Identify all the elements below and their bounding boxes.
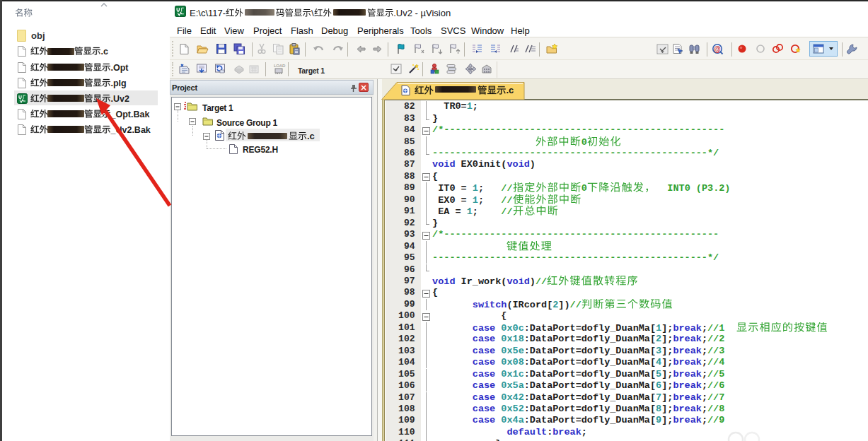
svg-text:LOAD: LOAD [274, 64, 286, 68]
svg-text:@: @ [714, 45, 721, 53]
